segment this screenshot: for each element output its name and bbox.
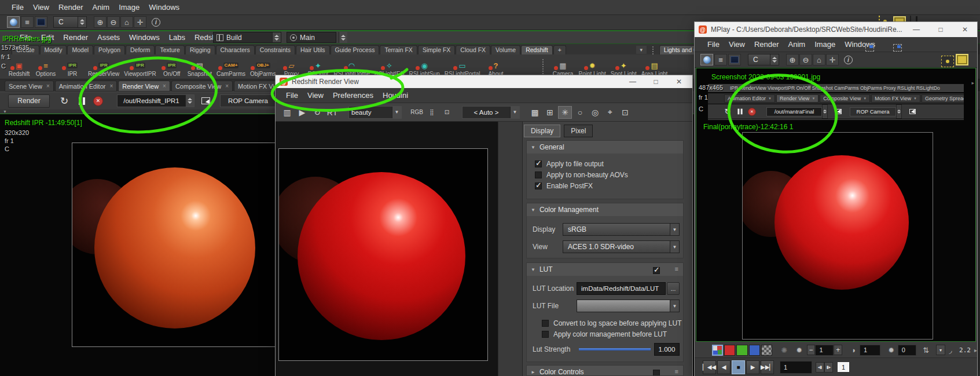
browse-button[interactable]: ...	[667, 282, 680, 295]
re-render-icon[interactable]: ↻	[723, 105, 732, 118]
shelf-tool-proxy[interactable]: ▱ Proxy	[278, 55, 304, 78]
image-view-button[interactable]	[7, 16, 20, 28]
lut-strength-slider[interactable]	[579, 346, 651, 353]
shelf-tab[interactable]: Cloud FX	[456, 45, 490, 54]
close-tab-icon[interactable]: ×	[225, 83, 229, 89]
bucket-grid-icon[interactable]: ⊞	[543, 106, 557, 119]
zoom-out-icon[interactable]: ⊖	[107, 16, 120, 28]
pause-render-icon[interactable]	[737, 109, 742, 115]
go-start-button[interactable]: ▏◀◀	[703, 360, 716, 374]
pane-tab[interactable]: Scene View×	[5, 81, 54, 92]
shelf-tab[interactable]: Polygon	[94, 45, 125, 54]
shelf-tab[interactable]: Redshift	[521, 45, 553, 54]
fit-view-icon[interactable]: ✛	[826, 54, 839, 65]
checkbox-row[interactable]: Apply color management before LUT	[542, 329, 681, 340]
restore-pane-icon[interactable]	[865, 44, 874, 52]
zoom-in-icon[interactable]: ⊕	[786, 54, 799, 65]
stop-render-icon[interactable]: ✕	[748, 108, 756, 116]
close-button[interactable]: ✕	[669, 78, 689, 86]
rsrv-viewport[interactable]: Frame 1: 2022-09-03 11:49:48 (8.97s)	[276, 122, 522, 376]
checkbox[interactable]	[535, 182, 542, 189]
lut-file-dropdown[interactable]: ▼	[577, 300, 680, 312]
panel-tab[interactable]: Pixel	[564, 125, 593, 137]
view-transform-dropdown[interactable]: ACES 1.0 SDR-video ▼	[563, 240, 680, 253]
shelf-tool-rslighties[interactable]: ✧ RSLightIES	[372, 55, 407, 78]
play-backward-button[interactable]: ◀	[717, 360, 731, 374]
dither-icon[interactable]: ⣿	[425, 106, 439, 119]
spinner-icon[interactable]	[272, 32, 281, 42]
pane-tab[interactable]: Composite View×	[171, 81, 233, 92]
shelf-tab[interactable]: Modify	[40, 45, 67, 54]
shelf-tool-about[interactable]: ? About	[482, 55, 509, 78]
checkbox-row[interactable]: Convert to log space before applying LUT	[542, 318, 681, 328]
shelf-tab[interactable]: Volume	[491, 45, 520, 54]
choose-rop-icon[interactable]	[834, 105, 843, 118]
panel-tab[interactable]: Display	[524, 125, 560, 137]
menu-item[interactable]: Labs	[164, 33, 190, 42]
zoom-out-icon[interactable]: ⊖	[799, 54, 812, 65]
menu-item[interactable]: Preferences	[328, 91, 378, 100]
close-tab-icon[interactable]: ×	[163, 83, 166, 89]
scroll-arrow-icon[interactable]: ▸	[974, 347, 977, 353]
shelf-tool-viewportipr[interactable]: IPR ViewportIPR	[122, 55, 158, 78]
color-controls-enable-checkbox[interactable]	[653, 370, 660, 376]
minimize-button[interactable]: —	[906, 25, 926, 34]
checkbox-row[interactable]: Apply to file output	[535, 159, 683, 169]
brightness-minus-button[interactable]: −	[807, 345, 816, 355]
histogram-button[interactable]	[728, 54, 741, 65]
pane-tab[interactable]: Render View▼	[776, 94, 818, 103]
shelf-tool-objparms[interactable]: OBJ+ ObjParms	[248, 55, 278, 78]
shelf-tab[interactable]: Texture	[155, 45, 184, 54]
lut-strength-value[interactable]: 1.000	[654, 343, 680, 356]
checkbox[interactable]	[542, 320, 549, 327]
pane-tab[interactable]: Animation Editor×	[55, 81, 118, 92]
choose-camera-icon[interactable]	[908, 105, 917, 118]
collapse-icon[interactable]: ▼	[3, 109, 7, 114]
shelf-tool-rslightsun[interactable]: ◉ RSLightSun	[406, 55, 442, 78]
dim-icon[interactable]: ✺	[779, 344, 790, 356]
channel-dropdown[interactable]: C	[53, 16, 87, 28]
menu-item[interactable]: View	[303, 91, 328, 100]
go-end-button[interactable]: ▶▶▏	[761, 360, 774, 374]
home-view-icon[interactable]: ⌂	[120, 16, 133, 28]
menu-item[interactable]: View	[28, 3, 54, 12]
checkbox[interactable]	[542, 331, 549, 338]
camera-dropdown[interactable]: ROP Camera	[850, 107, 896, 116]
rop-path-dropdown[interactable]: /out/mantraFinal	[766, 107, 822, 116]
step-forward-icon[interactable]: ▮▸	[824, 362, 833, 373]
shelf-tab[interactable]: Simple FX	[418, 45, 455, 54]
close-button[interactable]: ✕	[955, 25, 975, 34]
spinner-icon[interactable]	[822, 104, 828, 119]
shelf-tool-camera[interactable]: ▦ Camera	[549, 55, 576, 78]
shelf-tool-rslightdome[interactable]: ◠ RSLightDome	[331, 55, 372, 78]
spinner-icon[interactable]	[770, 54, 779, 65]
section-header[interactable]: ► Color Controls ≡	[527, 366, 683, 376]
pick-target-icon[interactable]: ⌖	[603, 106, 617, 119]
pane-tab[interactable]: Animation Editor▼	[724, 94, 775, 103]
menu-item[interactable]: Anim	[784, 40, 810, 49]
shelf-tool-options[interactable]: ≡ Options	[32, 55, 59, 78]
shelf-tool-spot-light[interactable]: ✦ Spot Light	[608, 55, 639, 78]
spinner-icon[interactable]	[78, 17, 86, 27]
choose-rop-icon[interactable]	[199, 95, 212, 107]
shelf-tab[interactable]: Characters	[216, 45, 255, 54]
histogram-button[interactable]	[35, 16, 47, 28]
rgb-channels-icon[interactable]: RGB	[410, 106, 424, 119]
lut-enable-checkbox[interactable]	[653, 267, 660, 274]
menu-item[interactable]: Windows	[124, 33, 164, 42]
info-icon[interactable]: i	[152, 18, 160, 27]
shelf-tab[interactable]: Constraints	[255, 45, 295, 54]
shelf-tab[interactable]: Terrain FX	[380, 45, 417, 54]
list-view-button[interactable]: ≡	[714, 54, 727, 65]
alpha-channel-button[interactable]	[761, 345, 772, 356]
shelf-tool-camparms[interactable]: CAM+ CamParms	[214, 55, 248, 78]
shelf-tab[interactable]: Hair Utils	[296, 45, 330, 54]
menu-item[interactable]: View	[724, 40, 750, 49]
image-view-button[interactable]	[700, 54, 713, 65]
menu-item[interactable]: Render	[54, 3, 88, 12]
restart-render-icon[interactable]: ↻	[310, 106, 324, 119]
rop-path-dropdown[interactable]: /out/Redshift_IPR1	[117, 94, 194, 107]
focus-icon[interactable]: ◎	[588, 106, 602, 119]
stop-button[interactable]: ■	[732, 360, 745, 374]
maximize-button[interactable]: □	[931, 25, 950, 34]
